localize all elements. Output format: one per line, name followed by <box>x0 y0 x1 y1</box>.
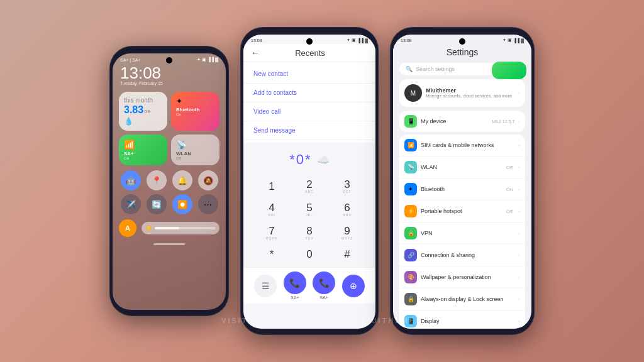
call-sa1-wrapper: 📞 SA+ <box>284 272 306 300</box>
key-6[interactable]: 6 MNO <box>329 199 365 221</box>
settings-screen: 13:08 ✦ ▣ ▐▐ ▓ Settings 🔍 Search setting… <box>393 35 531 329</box>
my-device-arrow: › <box>518 119 520 124</box>
bluetooth-arrow: › <box>518 187 520 192</box>
key-7[interactable]: 7 PQRS <box>253 222 290 244</box>
my-device-section: 📱 My device MIUI 12.5.7 › <box>399 111 525 132</box>
new-contact-action[interactable]: New contact <box>243 65 375 84</box>
a-button[interactable]: A <box>119 219 136 237</box>
settings-search-bar[interactable]: 🔍 Search settings <box>399 63 525 75</box>
send-message-action[interactable]: Send message <box>243 121 375 140</box>
wifi-icon-dialer: ▣ <box>352 38 356 43</box>
dialer-number-display: *0* ☁️ <box>243 143 375 173</box>
battery-icon: ▓ <box>215 57 218 62</box>
wlan-tile[interactable]: 📡 WLAN Off <box>171 134 219 165</box>
sim-item[interactable]: 📶 SIM cards & mobile networks › <box>399 134 525 156</box>
lock-screen-item[interactable]: 🔒 Always-on display & Lock screen › <box>399 288 525 310</box>
sa-label: SA+ <box>124 151 162 156</box>
location-btn[interactable]: 📍 <box>147 170 167 190</box>
call-sa1-btn[interactable]: 📞 <box>284 272 306 294</box>
profile-info: Miuithemer Manage accounts, cloud servic… <box>426 87 514 99</box>
bt-status-icon: ✦ <box>197 57 201 62</box>
wallpaper-item[interactable]: 🎨 Wallpaper & personalization › <box>399 266 525 288</box>
key-0[interactable]: 0 <box>291 245 328 263</box>
key-1[interactable]: 1 <box>253 175 290 197</box>
key-8[interactable]: 8 TUV <box>291 222 328 244</box>
contacts-btn[interactable]: ☰ <box>254 275 277 297</box>
keypad-row-3: 7 PQRS 8 TUV 9 WXYZ <box>253 222 365 244</box>
rotation-btn[interactable]: 🔄 <box>147 194 167 214</box>
phone-control-center: SA+ | SA+ ✦ ▣ ▐▐ ▓ 13:08 Tuesday, Februa… <box>109 46 229 316</box>
data-usage-tile[interactable]: this month 3.83 GB 💧 <box>119 92 167 131</box>
key-3[interactable]: 3 DEF <box>329 175 365 197</box>
hotspot-label: Portable hotspot <box>421 208 502 214</box>
bt-icon-dialer: ✦ <box>347 38 350 43</box>
cloud-icon: ☁️ <box>317 154 330 166</box>
home-indicator[interactable] <box>153 243 185 245</box>
lock-arrow: › <box>518 297 520 302</box>
my-device-item[interactable]: 📱 My device MIUI 12.5.7 › <box>399 111 525 132</box>
android-btn[interactable]: 🤖 <box>121 170 141 190</box>
wlan-icon: 📡 <box>176 140 214 150</box>
watermark: VISIT FOR MORE THEMES - MIUITHEMER <box>221 317 423 324</box>
more-call-btn[interactable]: ⊕ <box>342 275 365 297</box>
profile-avatar: M <box>404 84 422 102</box>
connection-icon: 🔗 <box>404 249 417 261</box>
back-arrow[interactable]: ← <box>251 48 260 58</box>
bluetooth-icon: ✦ <box>176 97 214 106</box>
profile-desc: Manage accounts, cloud services, and mor… <box>426 94 514 99</box>
vpn-item[interactable]: 🔒 VPN › <box>399 222 525 244</box>
contacts-btn-wrapper: ☰ <box>254 275 277 297</box>
vpn-arrow: › <box>518 231 520 236</box>
control-center-bg: SA+ | SA+ ✦ ▣ ▐▐ ▓ 13:08 Tuesday, Februa… <box>113 53 226 310</box>
call-sa2-wrapper: 📞 SA+ <box>313 272 335 300</box>
bluetooth-tile[interactable]: ✦ Bluetooth On <box>171 92 219 131</box>
call-sa2-btn[interactable]: 📞 <box>313 272 335 294</box>
wlan-item[interactable]: 📡 WLAN Off › <box>399 156 525 178</box>
settings-status-icons: ✦ ▣ ▐▐ ▓ <box>502 38 524 43</box>
add-to-contacts-action[interactable]: Add to contacts <box>243 84 375 102</box>
key-4[interactable]: 4 GHI <box>253 199 290 221</box>
device-icon: 📱 <box>404 115 417 128</box>
ctrl-date: Tuesday, February 15 <box>113 81 226 89</box>
bluetooth-settings-label: Bluetooth <box>421 186 502 192</box>
keypad-row-4: * 0 # <box>253 245 365 263</box>
record-btn[interactable]: ⏺️ <box>172 194 192 214</box>
more-btn[interactable]: ⋯ <box>198 194 218 214</box>
key-2[interactable]: 2 ABC <box>291 175 328 197</box>
hotspot-item[interactable]: ⚡ Portable hotspot Off › <box>399 200 525 222</box>
airplane-btn[interactable]: ✈️ <box>121 194 141 214</box>
battery-icon-dialer: ▓ <box>365 38 368 43</box>
display-label: Display <box>421 318 514 324</box>
bluetooth-item[interactable]: ✦ Bluetooth On › <box>399 178 525 200</box>
key-5[interactable]: 5 JKL <box>291 199 328 221</box>
miui-version: MIUI 12.5.7 <box>492 119 514 124</box>
dialer-status-icons: ✦ ▣ ▐▐ ▓ <box>347 38 368 43</box>
wifi-status-icon: ▣ <box>202 57 206 62</box>
mute-btn[interactable]: 🔕 <box>198 170 218 190</box>
sim-arrow: › <box>518 143 520 148</box>
key-9[interactable]: 9 WXYZ <box>329 222 365 244</box>
video-call-action[interactable]: Video call <box>243 102 375 121</box>
dialer-actions-list: New contact Add to contacts Video call S… <box>243 62 375 143</box>
data-value: 3.83 <box>124 104 143 116</box>
sa-tile[interactable]: 📶 SA+ On <box>119 134 167 165</box>
wlan-settings-label: WLAN <box>421 164 502 170</box>
signal-icon: ▐▐ <box>208 57 214 62</box>
sa-status: On <box>124 156 162 160</box>
ctrl-clock: 13:08 <box>113 63 226 81</box>
settings-profile[interactable]: M Miuithemer Manage accounts, cloud serv… <box>399 79 525 107</box>
key-star[interactable]: * <box>253 245 290 263</box>
sim-icon: 📶 <box>404 139 417 151</box>
wlan-settings-icon: 📡 <box>404 161 417 173</box>
notification-btn[interactable]: 🔔 <box>172 170 192 190</box>
connection-item[interactable]: 🔗 Connection & sharing › <box>399 244 525 266</box>
my-device-label: My device <box>421 118 488 124</box>
settings-time: 13:08 <box>401 38 412 43</box>
bluetooth-settings-icon: ✦ <box>404 183 417 195</box>
data-unit: GB <box>144 109 150 114</box>
brightness-slider[interactable]: ☀️ <box>142 222 219 234</box>
dialer-bottom-bar: ☰ 📞 SA+ 📞 SA+ ⊕ <box>243 267 375 304</box>
key-hash[interactable]: # <box>329 245 365 263</box>
hotspot-icon: ⚡ <box>404 205 417 217</box>
camera-hole-3 <box>459 38 465 45</box>
